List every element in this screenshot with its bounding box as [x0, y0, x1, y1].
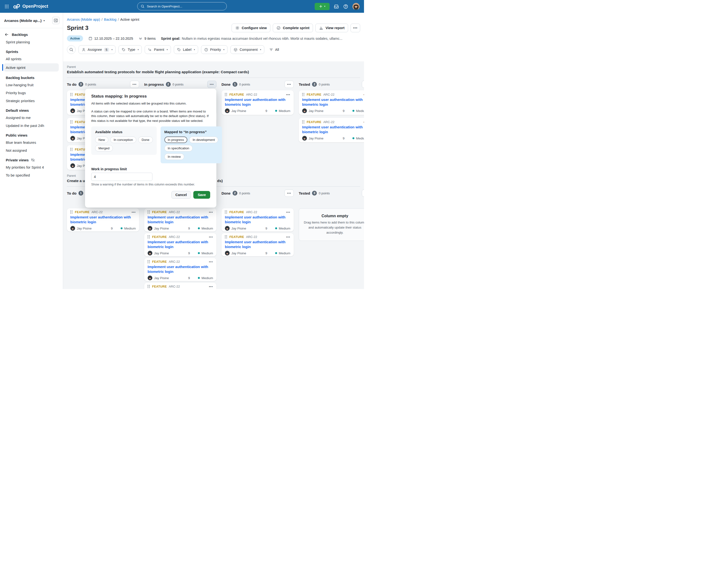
sidebar-item-to-be-specified[interactable]: To be specified [0, 171, 63, 179]
drag-handle-icon[interactable] [70, 93, 73, 96]
card-menu-button[interactable]: ••• [286, 235, 290, 239]
sidebar-item-low-hanging-fruit[interactable]: Low-hanging fruit [0, 81, 63, 89]
filter-all[interactable]: All [269, 48, 279, 52]
work-item-card[interactable]: FEATUREARC-22•••Implement user authentic… [299, 118, 364, 142]
card-menu-button[interactable]: ••• [209, 285, 213, 288]
column-menu-button[interactable]: ••• [362, 190, 364, 197]
column-menu-button[interactable]: ••• [130, 81, 139, 88]
work-item-link[interactable]: Implement user authentication with biome… [225, 97, 290, 107]
status-pill-new[interactable]: New [95, 136, 108, 143]
view-report-button[interactable]: View report [315, 24, 348, 32]
drag-handle-icon[interactable] [225, 93, 228, 96]
card-menu-button[interactable]: ••• [209, 210, 213, 214]
breadcrumb-backlog-link[interactable]: Backlog [104, 18, 116, 21]
drag-handle-icon[interactable] [70, 148, 73, 151]
work-item-link[interactable]: Implement user authentication with biome… [148, 215, 213, 224]
drag-handle-icon[interactable] [148, 285, 150, 288]
notifications-inbox-icon[interactable] [334, 4, 339, 9]
drag-handle-icon[interactable] [302, 93, 305, 96]
card-menu-button[interactable]: ••• [286, 210, 290, 214]
status-pill-in-specification[interactable]: In specification [164, 145, 192, 151]
sidebar-item-not-assigned[interactable]: Not assigned [0, 146, 63, 154]
configure-view-button[interactable]: Configure view [232, 24, 270, 32]
openproject-logo[interactable]: OpenProject [13, 3, 48, 10]
column-menu-button[interactable]: ••• [207, 81, 216, 88]
filter-search-button[interactable] [67, 45, 76, 54]
card-menu-button[interactable]: ••• [364, 93, 364, 96]
project-selector[interactable]: Arcanos (Mobile ap...) ▾ [0, 13, 63, 27]
app-grid-icon[interactable] [4, 4, 9, 9]
breadcrumb-project-link[interactable]: Arcanos (Mobile app) [67, 18, 100, 21]
sidebar-item-sprint-planning[interactable]: Sprint planning [0, 38, 63, 46]
work-item-link[interactable]: Implement user authentication with biome… [225, 240, 290, 249]
sidebar-item-updated-in-the-past-24h[interactable]: Updated in the past 24h [0, 122, 63, 130]
drag-handle-icon[interactable] [148, 210, 150, 213]
filter-type[interactable]: Type▾ [119, 45, 142, 54]
column-menu-button[interactable]: ••• [285, 190, 294, 197]
drag-handle-icon[interactable] [70, 210, 73, 213]
sidebar-item-priority-bugs[interactable]: Priority bugs [0, 89, 63, 97]
column-count-badge: 2 [166, 82, 171, 87]
work-item-card[interactable]: FEATUREARC-22•••Implement user authentic… [299, 90, 364, 115]
collapse-sidebar-button[interactable] [52, 17, 59, 24]
work-item-card[interactable]: FEATUREARC-22•••Implement user authentic… [144, 283, 216, 289]
filter-component[interactable]: Component▾ [230, 45, 264, 54]
card-menu-button[interactable]: ••• [286, 93, 290, 96]
sidebar-item-my-priorities-for-sprint-4[interactable]: My priorities for Sprint 4 [0, 163, 63, 171]
work-item-card[interactable]: FEATUREARC-22•••Implement user authentic… [144, 208, 216, 231]
filter-priority[interactable]: Priority▾ [201, 45, 228, 54]
global-search-input[interactable] [146, 4, 224, 8]
sidebar-item-active-sprint[interactable]: Active sprint [4, 63, 59, 72]
work-item-link[interactable]: Implement user authentication with biome… [302, 125, 364, 134]
work-item-card[interactable]: FEATUREARC-22•••Implement user authentic… [144, 258, 216, 281]
card-menu-button[interactable]: ••• [209, 260, 213, 263]
drag-handle-icon[interactable] [302, 120, 305, 124]
wip-limit-input[interactable] [91, 173, 152, 181]
sidebar-back-backlogs[interactable]: Backlogs [0, 31, 63, 38]
card-menu-button[interactable]: ••• [209, 235, 213, 239]
user-avatar[interactable] [353, 3, 360, 10]
card-menu-button[interactable]: ••• [364, 120, 364, 124]
work-item-card[interactable]: FEATUREARC-22•••Implement user authentic… [222, 90, 294, 115]
status-pill-in-progress[interactable]: In progress [164, 136, 187, 143]
more-actions-button[interactable]: ••• [350, 24, 360, 32]
work-item-card[interactable]: FEATUREARC-22•••Implement user authentic… [144, 233, 216, 256]
status-pill-in-conception[interactable]: In conception [110, 136, 136, 143]
work-item-link[interactable]: Implement user authentication with biome… [70, 215, 136, 224]
work-item-card[interactable]: FEATUREARC-22•••Implement user authentic… [222, 208, 294, 231]
global-search[interactable] [137, 2, 227, 10]
drag-handle-icon[interactable] [148, 235, 150, 238]
work-item-link[interactable]: Implement user authentication with biome… [225, 215, 290, 224]
sidebar-item-all-sprints[interactable]: All sprints [0, 55, 63, 63]
drag-handle-icon[interactable] [225, 210, 228, 213]
work-item-card[interactable]: FEATUREARC-22•••Implement user authentic… [67, 208, 139, 231]
column-menu-button[interactable]: ••• [285, 81, 294, 88]
sidebar-item-strategic-priorities[interactable]: Strategic priorities [0, 97, 63, 105]
status-pill-done[interactable]: Done [138, 136, 153, 143]
chevron-down-icon: ▾ [138, 48, 139, 51]
sidebar-item-blue-team-features[interactable]: Blue team features [0, 139, 63, 146]
sidebar-item-assigned-to-me[interactable]: Assigned to me [0, 114, 63, 122]
card-menu-button[interactable]: ••• [132, 210, 136, 214]
work-item-link[interactable]: Implement user authentication with biome… [148, 240, 213, 249]
save-button[interactable]: Save [193, 191, 210, 199]
work-item-link[interactable]: Implement user authentication with biome… [148, 265, 213, 274]
cancel-button[interactable]: Cancel [172, 191, 191, 199]
complete-sprint-button[interactable]: Complete sprint [273, 24, 313, 32]
filter-label[interactable]: Label▾ [174, 45, 198, 54]
status-pill-in-review[interactable]: In review [164, 153, 184, 160]
drag-handle-icon[interactable] [225, 235, 228, 238]
work-item-link[interactable]: Implement user authentication with biome… [302, 97, 364, 107]
priority-dot-icon [275, 227, 277, 229]
global-add-button[interactable]: ▾ [315, 3, 330, 10]
drag-handle-icon[interactable] [148, 260, 150, 263]
calendar-icon [88, 36, 93, 41]
help-icon[interactable] [343, 4, 348, 9]
status-pill-in-development[interactable]: In development [189, 136, 218, 143]
work-item-card[interactable]: FEATUREARC-22•••Implement user authentic… [222, 233, 294, 256]
status-pill-merged[interactable]: Merged [95, 145, 113, 151]
drag-handle-icon[interactable] [70, 120, 73, 124]
filter-assignee[interactable]: Assignee5▾ [78, 45, 115, 54]
column-menu-button[interactable]: ••• [362, 81, 364, 88]
filter-parent[interactable]: Parent▾ [145, 45, 171, 54]
